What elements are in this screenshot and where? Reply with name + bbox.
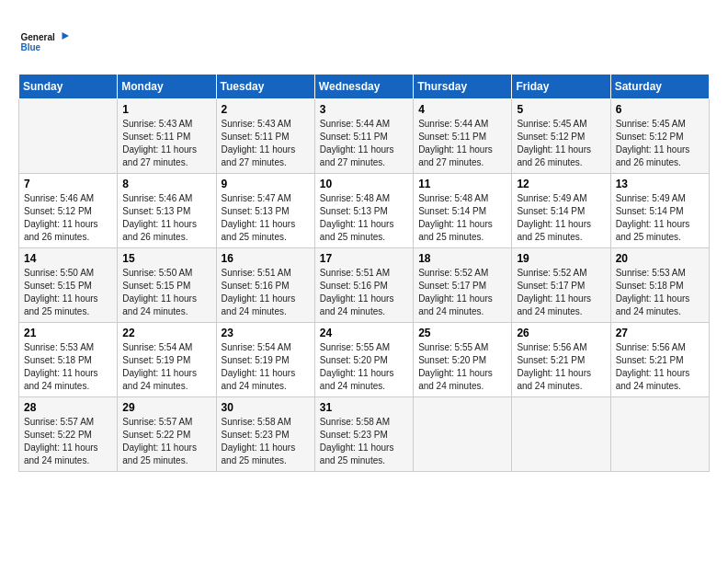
week-row-1: 1Sunrise: 5:43 AMSunset: 5:11 PMDaylight… [19,99,710,174]
day-number: 22 [122,327,210,339]
col-header-saturday: Saturday [610,75,709,99]
day-number: 9 [222,178,310,190]
calendar-table: SundayMondayTuesdayWednesdayThursdayFrid… [18,74,710,472]
day-number: 21 [24,327,112,339]
day-info: Sunrise: 5:55 AMSunset: 5:20 PMDaylight:… [320,341,408,393]
col-header-sunday: Sunday [19,75,118,99]
day-cell: 18Sunrise: 5:52 AMSunset: 5:17 PMDayligh… [414,248,512,323]
day-info: Sunrise: 5:50 AMSunset: 5:15 PMDaylight:… [24,267,112,318]
day-cell: 9Sunrise: 5:47 AMSunset: 5:13 PMDaylight… [216,174,314,248]
day-cell: 31Sunrise: 5:58 AMSunset: 5:23 PMDayligh… [314,397,413,472]
day-cell: 20Sunrise: 5:53 AMSunset: 5:18 PMDayligh… [610,248,709,323]
day-number: 27 [616,327,704,339]
day-cell: 11Sunrise: 5:48 AMSunset: 5:14 PMDayligh… [414,174,512,248]
day-number: 23 [222,327,310,339]
day-info: Sunrise: 5:45 AMSunset: 5:12 PMDaylight:… [517,118,605,169]
day-info: Sunrise: 5:45 AMSunset: 5:12 PMDaylight:… [616,118,704,169]
day-cell: 3Sunrise: 5:44 AMSunset: 5:11 PMDaylight… [314,99,413,174]
day-info: Sunrise: 5:54 AMSunset: 5:19 PMDaylight:… [222,341,310,393]
day-number: 30 [222,401,310,414]
col-header-thursday: Thursday [414,75,512,99]
day-number: 1 [122,103,210,116]
day-info: Sunrise: 5:52 AMSunset: 5:17 PMDaylight:… [517,267,605,318]
day-info: Sunrise: 5:44 AMSunset: 5:11 PMDaylight:… [418,118,506,169]
day-cell: 2Sunrise: 5:43 AMSunset: 5:11 PMDaylight… [216,99,314,174]
day-cell: 14Sunrise: 5:50 AMSunset: 5:15 PMDayligh… [19,248,118,323]
day-info: Sunrise: 5:43 AMSunset: 5:11 PMDaylight:… [222,118,310,169]
day-number: 17 [320,252,408,265]
day-info: Sunrise: 5:52 AMSunset: 5:17 PMDaylight:… [418,267,506,318]
day-info: Sunrise: 5:44 AMSunset: 5:11 PMDaylight:… [320,118,408,169]
day-cell: 8Sunrise: 5:46 AMSunset: 5:13 PMDaylight… [118,174,216,248]
week-row-5: 28Sunrise: 5:57 AMSunset: 5:22 PMDayligh… [19,397,710,472]
day-cell [512,397,610,472]
day-number: 16 [222,252,310,265]
day-number: 15 [122,252,210,265]
day-number: 18 [418,252,506,265]
day-cell: 10Sunrise: 5:48 AMSunset: 5:13 PMDayligh… [314,174,413,248]
day-number: 5 [517,103,605,116]
day-number: 6 [616,103,704,116]
day-cell: 5Sunrise: 5:45 AMSunset: 5:12 PMDaylight… [512,99,610,174]
day-info: Sunrise: 5:57 AMSunset: 5:22 PMDaylight:… [24,416,112,467]
day-info: Sunrise: 5:48 AMSunset: 5:13 PMDaylight:… [320,192,408,244]
day-info: Sunrise: 5:46 AMSunset: 5:13 PMDaylight:… [122,192,210,244]
day-info: Sunrise: 5:47 AMSunset: 5:13 PMDaylight:… [222,192,310,244]
day-number: 3 [320,103,408,116]
day-cell: 30Sunrise: 5:58 AMSunset: 5:23 PMDayligh… [216,397,314,472]
day-cell: 6Sunrise: 5:45 AMSunset: 5:12 PMDaylight… [610,99,709,174]
col-header-monday: Monday [118,75,216,99]
col-header-tuesday: Tuesday [216,75,314,99]
day-number: 26 [517,327,605,339]
day-number: 4 [418,103,506,116]
day-number: 31 [320,401,408,414]
day-info: Sunrise: 5:49 AMSunset: 5:14 PMDaylight:… [517,192,605,244]
day-info: Sunrise: 5:57 AMSunset: 5:22 PMDaylight:… [122,416,210,467]
day-cell: 21Sunrise: 5:53 AMSunset: 5:18 PMDayligh… [19,323,118,397]
page-header: General Blue [18,18,710,64]
day-info: Sunrise: 5:46 AMSunset: 5:12 PMDaylight:… [24,192,112,244]
day-cell: 17Sunrise: 5:51 AMSunset: 5:16 PMDayligh… [314,248,413,323]
day-number: 19 [517,252,605,265]
col-header-friday: Friday [512,75,610,99]
day-number: 28 [24,401,112,414]
day-info: Sunrise: 5:48 AMSunset: 5:14 PMDaylight:… [418,192,506,244]
day-cell [19,99,118,174]
logo: General Blue [18,18,69,64]
day-cell: 25Sunrise: 5:55 AMSunset: 5:20 PMDayligh… [414,323,512,397]
day-cell: 13Sunrise: 5:49 AMSunset: 5:14 PMDayligh… [610,174,709,248]
svg-text:Blue: Blue [21,42,41,52]
logo-svg: General Blue [18,18,69,64]
day-info: Sunrise: 5:58 AMSunset: 5:23 PMDaylight:… [320,416,408,467]
week-row-4: 21Sunrise: 5:53 AMSunset: 5:18 PMDayligh… [19,323,710,397]
day-cell: 15Sunrise: 5:50 AMSunset: 5:15 PMDayligh… [118,248,216,323]
day-number: 20 [616,252,704,265]
day-info: Sunrise: 5:49 AMSunset: 5:14 PMDaylight:… [616,192,704,244]
svg-text:General: General [21,32,55,42]
day-cell: 7Sunrise: 5:46 AMSunset: 5:12 PMDaylight… [19,174,118,248]
day-info: Sunrise: 5:50 AMSunset: 5:15 PMDaylight:… [122,267,210,318]
day-cell: 23Sunrise: 5:54 AMSunset: 5:19 PMDayligh… [216,323,314,397]
day-info: Sunrise: 5:58 AMSunset: 5:23 PMDaylight:… [222,416,310,467]
day-number: 24 [320,327,408,339]
day-info: Sunrise: 5:55 AMSunset: 5:20 PMDaylight:… [418,341,506,393]
day-cell: 16Sunrise: 5:51 AMSunset: 5:16 PMDayligh… [216,248,314,323]
day-info: Sunrise: 5:56 AMSunset: 5:21 PMDaylight:… [517,341,605,393]
svg-marker-2 [63,32,70,40]
week-row-3: 14Sunrise: 5:50 AMSunset: 5:15 PMDayligh… [19,248,710,323]
day-cell: 12Sunrise: 5:49 AMSunset: 5:14 PMDayligh… [512,174,610,248]
day-number: 13 [616,178,704,190]
day-number: 8 [122,178,210,190]
day-cell: 28Sunrise: 5:57 AMSunset: 5:22 PMDayligh… [19,397,118,472]
day-info: Sunrise: 5:43 AMSunset: 5:11 PMDaylight:… [122,118,210,169]
day-cell: 24Sunrise: 5:55 AMSunset: 5:20 PMDayligh… [314,323,413,397]
day-number: 25 [418,327,506,339]
day-number: 11 [418,178,506,190]
calendar-header-row: SundayMondayTuesdayWednesdayThursdayFrid… [19,75,710,99]
day-cell: 27Sunrise: 5:56 AMSunset: 5:21 PMDayligh… [610,323,709,397]
day-info: Sunrise: 5:51 AMSunset: 5:16 PMDaylight:… [222,267,310,318]
day-number: 7 [24,178,112,190]
day-info: Sunrise: 5:56 AMSunset: 5:21 PMDaylight:… [616,341,704,393]
day-number: 14 [24,252,112,265]
col-header-wednesday: Wednesday [314,75,413,99]
